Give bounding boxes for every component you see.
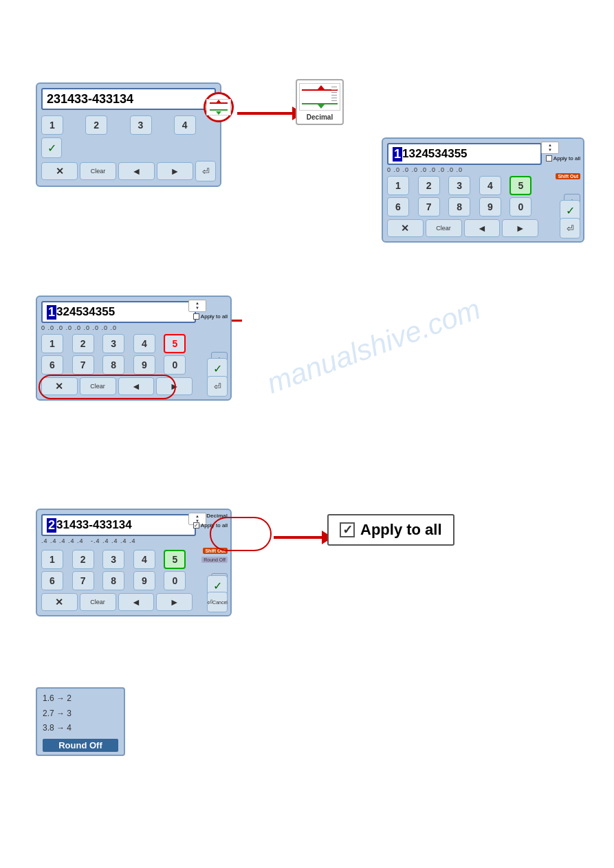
display-1: 231433-433134 [41,88,216,110]
round-off-label-4: Round Off [201,557,228,563]
num-3-p4[interactable]: 3 [102,550,124,569]
display-4: 231433-433134 [41,514,196,536]
left-btn-p2[interactable]: ◄ [464,219,501,237]
shift-out-label-4: Shift Out [203,548,228,554]
apply-all-check-3: Apply to all [193,300,228,320]
clear-btn-p3[interactable]: Clear [80,377,116,395]
right-btn-p4[interactable]: ► [156,593,193,611]
num-6-p4[interactable]: 6 [41,571,63,590]
calculator-panel-4: ▲▼ Decimal ✓ Apply to all 231433-433134 … [36,509,232,616]
clear-btn-p2[interactable]: Clear [426,219,462,237]
cancel-button-1[interactable]: ⏎ [195,161,216,181]
num-7-p3[interactable]: 7 [72,355,94,375]
round-off-label: Round Off [43,739,118,752]
apply-to-all-big[interactable]: ✓ Apply to all [327,514,454,546]
num-4-p2[interactable]: 4 [479,176,501,195]
cancel-p2[interactable]: ⏎ [560,218,580,238]
calculator-panel-1: 231433-433134 1 2 3 4 ✓ ✕ Clear ◄ ► ⏎ [36,82,221,187]
arrow-1 [237,107,303,120]
num-btn-4[interactable]: 4 [174,115,196,135]
right-btn-p3[interactable]: ► [156,377,193,395]
calculator-panel-3: ▲▼ Apply to all 1324534355 0 .0 .0 .0 .0… [36,296,232,401]
num-2-p3[interactable]: 2 [72,334,94,353]
num-7-p2[interactable]: 7 [418,197,440,216]
left-btn-p3[interactable]: ◄ [118,377,155,395]
arrow-2 [274,531,333,544]
num-0-p2[interactable]: 0 [509,197,531,216]
num-5-p4[interactable]: 5 [164,550,186,569]
num-6-p3[interactable]: 6 [41,355,63,375]
subrow-3: 0 .0 .0 .0 .0 .0 .0 .0 .0 [41,324,226,331]
num-0-p4[interactable]: 0 [164,571,186,590]
decimal-circle-1 [204,92,234,122]
num-1-p3[interactable]: 1 [41,334,63,353]
num-5-p2[interactable]: 5 [509,176,531,195]
num-8-p2[interactable]: 8 [448,197,470,216]
x-button-1[interactable]: ✕ [41,162,78,180]
watermark: manualshive.com [263,293,485,401]
apply-all-checkbox-2: Apply to all [546,142,580,162]
num-8-p4[interactable]: 8 [102,571,124,590]
display-3: 1324534355 [41,301,196,323]
num-0-p3[interactable]: 0 [164,355,186,375]
right-btn-p2[interactable]: ► [502,219,538,237]
left-arrow-1[interactable]: ◄ [118,162,155,180]
num-1-p4[interactable]: 1 [41,550,63,569]
round-off-lines: 1.6 → 2 2.7 → 3 3.8 → 4 [43,691,118,736]
apply-checkbox-icon: ✓ [340,522,355,537]
ok-button-1[interactable]: ✓ [41,137,62,158]
num-5-p3[interactable]: 5 [164,334,186,353]
num-4-p3[interactable]: 4 [133,334,155,353]
x-btn-p4[interactable]: ✕ [41,593,78,611]
cancel-p3[interactable]: ⏎ [207,376,228,397]
num-1-p2[interactable]: 1 [387,176,409,195]
x-btn-p2[interactable]: ✕ [387,219,424,237]
num-2-p2[interactable]: 2 [418,176,440,195]
num-9-p4[interactable]: 9 [133,571,155,590]
clear-button-1[interactable]: Clear [80,162,116,180]
num-3-p2[interactable]: 3 [448,176,470,195]
num-3-p3[interactable]: 3 [102,334,124,353]
num-8-p3[interactable]: 8 [102,355,124,375]
num-btn-1[interactable]: 1 [41,115,63,135]
x-btn-p3[interactable]: ✕ [41,377,78,395]
decimal-popup-1: Decimal [296,79,344,125]
decimal-label-1: Decimal [307,113,333,121]
calculator-panel-2: ▲▼ Apply to all 11324534355 0 .0 .0 .0 .… [382,137,584,243]
display-2: 11324534355 [387,143,542,165]
shift-out-label-2: Shift Out [556,173,580,179]
num-btn-3[interactable]: 3 [130,115,152,135]
decimal-label-4: Decimal [206,513,228,519]
num-9-p2[interactable]: 9 [479,197,501,216]
right-arrow-1[interactable]: ► [157,162,193,180]
num-2-p4[interactable]: 2 [72,550,94,569]
subrow-2: 0 .0 .0 .0 .0 .0 .0 .0 .0 [387,166,579,173]
round-off-box: 1.6 → 2 2.7 → 3 3.8 → 4 Round Off [36,687,125,756]
num-6-p2[interactable]: 6 [387,197,409,216]
num-btn-2[interactable]: 2 [85,115,107,135]
num-7-p4[interactable]: 7 [72,571,94,590]
subrow-4: .4 .4 .4 .4 .4 -.4 .4 .4 .4 .4 [41,537,226,544]
num-9-p3[interactable]: 9 [133,355,155,375]
num-4-p4[interactable]: 4 [133,550,155,569]
apply-all-4: ✓ Apply to all [193,522,228,528]
clear-btn-p4[interactable]: Clear [80,593,116,611]
left-btn-p4[interactable]: ◄ [118,593,155,611]
cancel-p4[interactable]: ⏎Cancel [207,592,228,612]
